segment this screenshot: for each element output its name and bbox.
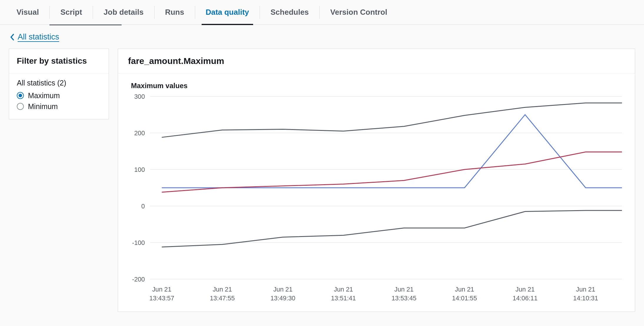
- y-tick-label: 200: [134, 129, 145, 137]
- x-tick-label-time: 14:06:11: [513, 294, 538, 302]
- tab-job-details[interactable]: Job details: [93, 0, 154, 24]
- tab-schedules[interactable]: Schedules: [260, 0, 319, 24]
- series-lower-bound: [162, 210, 622, 247]
- radio-icon: [17, 92, 24, 99]
- tab-script[interactable]: Script: [50, 0, 93, 24]
- chart-panel: fare_amount.Maximum Maximum values -200-…: [118, 49, 635, 312]
- tab-bar: VisualScriptJob detailsRunsData qualityS…: [0, 0, 644, 25]
- x-tick-label-date: Jun 21: [515, 286, 535, 293]
- chart-plot: -200-1000100200300Jun 2113:43:57Jun 2113…: [124, 93, 625, 306]
- chart-panel-header: fare_amount.Maximum: [118, 49, 635, 73]
- x-tick-label-time: 13:47:55: [210, 294, 235, 302]
- chart-panel-body: Maximum values -200-1000100200300Jun 211…: [118, 73, 635, 312]
- content-row: Filter by statistics All statistics (2) …: [0, 45, 644, 321]
- x-tick-label-date: Jun 21: [152, 286, 171, 293]
- y-tick-label: -100: [132, 239, 145, 246]
- x-tick-label-date: Jun 21: [576, 286, 595, 293]
- x-tick-label-time: 14:10:31: [573, 294, 598, 302]
- filter-panel: Filter by statistics All statistics (2) …: [9, 49, 109, 119]
- x-tick-label-time: 13:49:30: [270, 294, 296, 302]
- filter-panel-title: Filter by statistics: [9, 49, 109, 73]
- filter-option-minimum[interactable]: Minimum: [17, 101, 101, 112]
- radio-icon: [17, 103, 24, 110]
- x-tick-label-date: Jun 21: [273, 286, 292, 293]
- tab-version-control[interactable]: Version Control: [320, 0, 398, 24]
- x-tick-label-time: 13:53:45: [391, 294, 416, 302]
- x-tick-label-time: 14:01:55: [452, 294, 477, 302]
- y-tick-label: 300: [134, 93, 145, 100]
- y-tick-label: 100: [134, 166, 145, 173]
- breadcrumb-all-statistics[interactable]: All statistics: [18, 32, 59, 42]
- tab-data-quality[interactable]: Data quality: [195, 0, 260, 24]
- x-tick-label-time: 13:51:41: [331, 294, 356, 302]
- series-trend: [162, 152, 622, 192]
- x-tick-label-date: Jun 21: [334, 286, 353, 293]
- tab-visual[interactable]: Visual: [6, 0, 49, 24]
- chart-subtitle: Maximum values: [131, 82, 625, 90]
- filter-option-label: Maximum: [28, 91, 60, 100]
- filter-option-label: Minimum: [28, 102, 58, 111]
- chevron-left-icon[interactable]: [10, 34, 14, 41]
- tab-runs[interactable]: Runs: [155, 0, 195, 24]
- x-tick-label-time: 13:43:57: [149, 294, 174, 302]
- filter-count-label: All statistics (2): [17, 79, 101, 87]
- x-tick-label-date: Jun 21: [455, 286, 474, 293]
- y-tick-label: 0: [141, 202, 145, 210]
- series-upper-bound: [162, 103, 622, 137]
- x-tick-label-date: Jun 21: [394, 286, 414, 293]
- series-value: [162, 115, 622, 188]
- filter-panel-body: All statistics (2) MaximumMinimum: [9, 73, 109, 119]
- y-tick-label: -200: [132, 276, 145, 283]
- breadcrumb: All statistics: [0, 25, 644, 45]
- chart-title: fare_amount.Maximum: [128, 56, 625, 66]
- x-tick-label-date: Jun 21: [213, 286, 232, 293]
- filter-option-maximum[interactable]: Maximum: [17, 90, 101, 101]
